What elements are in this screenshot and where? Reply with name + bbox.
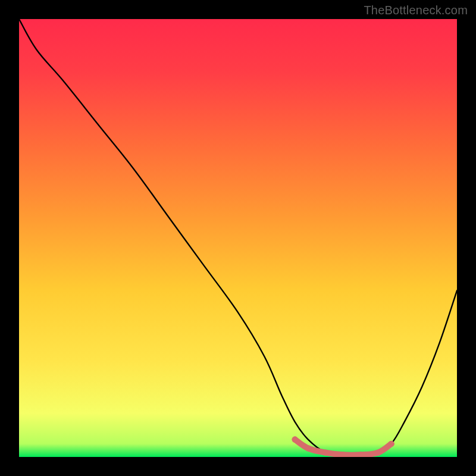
highlight-marker-dot bbox=[375, 449, 381, 455]
gradient-background bbox=[19, 19, 457, 457]
attribution-text: TheBottleneck.com bbox=[364, 4, 468, 17]
chart-plot-area bbox=[19, 19, 457, 457]
chart-svg bbox=[19, 19, 457, 457]
highlight-marker-dot bbox=[388, 441, 394, 447]
highlight-marker-dot bbox=[322, 449, 328, 455]
highlight-marker-dot bbox=[292, 436, 298, 442]
highlight-marker-dot bbox=[305, 445, 311, 451]
